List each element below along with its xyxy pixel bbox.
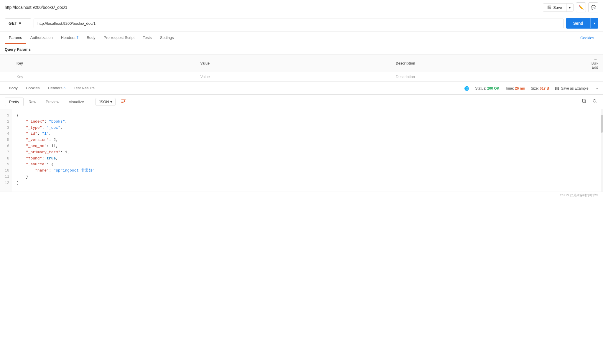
tab-headers[interactable]: Headers 7 bbox=[57, 32, 83, 44]
dots-icon: ··· bbox=[594, 57, 597, 61]
format-bar: Pretty Raw Preview Visualize JSON ▾ bbox=[0, 95, 603, 109]
send-chevron-button[interactable]: ▾ bbox=[590, 18, 598, 28]
code-line-10: "name": "springboot 非常好" bbox=[17, 168, 598, 174]
query-params-label: Query Params bbox=[0, 44, 603, 55]
method-selector[interactable]: GET ▾ bbox=[5, 18, 31, 28]
send-button-group: Send ▾ bbox=[566, 18, 598, 29]
line-numbers: 1 2 3 4 5 6 7 8 9 10 11 12 bbox=[0, 109, 12, 192]
wrap-icon bbox=[121, 98, 126, 104]
globe-icon: 🌐 bbox=[464, 86, 469, 91]
code-line-9: "_source": { bbox=[17, 162, 598, 168]
col-header-key: Key bbox=[0, 55, 196, 72]
svg-rect-1 bbox=[549, 6, 550, 7]
resp-tab-body[interactable]: Body bbox=[5, 82, 22, 94]
tab-body[interactable]: Body bbox=[83, 32, 100, 44]
copy-icon bbox=[582, 99, 586, 103]
top-bar-actions: Save ▾ ✏️ 💬 bbox=[543, 2, 598, 12]
code-line-12: } bbox=[17, 180, 598, 186]
method-chevron-icon: ▾ bbox=[19, 21, 21, 26]
svg-line-12 bbox=[596, 102, 597, 103]
svg-rect-5 bbox=[556, 88, 558, 90]
save-icon bbox=[547, 5, 551, 9]
value-cell[interactable]: Value bbox=[196, 72, 391, 82]
request-title: http://localhost:9200/books/_doc/1 bbox=[5, 5, 67, 10]
save-button-group: Save ▾ bbox=[543, 3, 574, 12]
send-button[interactable]: Send bbox=[566, 18, 590, 29]
resp-tab-headers[interactable]: Headers 5 bbox=[44, 82, 70, 94]
response-section: Body Cookies Headers 5 Test Results 🌐 St… bbox=[0, 82, 603, 192]
code-line-7: "_primary_term": 1, bbox=[17, 149, 598, 156]
url-bar: GET ▾ Send ▾ bbox=[0, 15, 603, 32]
code-line-1: { bbox=[17, 113, 598, 119]
copy-button[interactable] bbox=[581, 98, 588, 106]
save-example-icon bbox=[555, 86, 559, 90]
svg-point-11 bbox=[593, 99, 596, 102]
request-tabs: Params Authorization Headers 7 Body Pre-… bbox=[0, 32, 603, 44]
svg-rect-10 bbox=[582, 99, 585, 102]
resp-tab-test-results[interactable]: Test Results bbox=[70, 82, 99, 94]
params-table: Key Value Description ··· Bulk Edit Key … bbox=[0, 55, 603, 82]
top-bar: http://localhost:9200/books/_doc/1 Save … bbox=[0, 0, 603, 15]
save-example-button[interactable]: Save as Example bbox=[555, 86, 588, 90]
code-line-8: "found": true, bbox=[17, 156, 598, 162]
view-tab-preview[interactable]: Preview bbox=[41, 98, 64, 106]
size-display: Size: 617 B bbox=[531, 86, 549, 90]
method-label: GET bbox=[9, 21, 17, 26]
save-chevron-button[interactable]: ▾ bbox=[566, 4, 573, 11]
tab-prerequest[interactable]: Pre-request Script bbox=[100, 32, 139, 44]
comment-button[interactable]: 💬 bbox=[588, 2, 598, 12]
bulk-edit-button[interactable]: Bulk Edit bbox=[592, 61, 598, 70]
code-line-5: "_version": 2, bbox=[17, 137, 598, 143]
edit-button[interactable]: ✏️ bbox=[576, 2, 586, 12]
scrollbar-track[interactable] bbox=[601, 109, 603, 192]
code-line-2: "_index": "books", bbox=[17, 119, 598, 125]
scrollbar-thumb[interactable] bbox=[601, 115, 603, 133]
code-line-4: "_id": "1", bbox=[17, 131, 598, 137]
json-code: { "_index": "books", "_type": "_doc", "_… bbox=[12, 109, 603, 192]
view-tab-visualize[interactable]: Visualize bbox=[64, 98, 88, 106]
view-tab-raw[interactable]: Raw bbox=[24, 98, 41, 106]
resp-tab-cookies[interactable]: Cookies bbox=[22, 82, 44, 94]
save-label: Save bbox=[553, 5, 562, 10]
time-value: 26 ms bbox=[515, 86, 525, 90]
table-row: Key Value Description bbox=[0, 72, 603, 82]
search-icon bbox=[592, 99, 597, 103]
footer-text: CSDN @莫斯穿材打叶户© bbox=[560, 193, 599, 197]
svg-rect-4 bbox=[556, 87, 558, 88]
format-selector[interactable]: JSON ▾ bbox=[95, 98, 116, 106]
col-header-description: Description bbox=[391, 55, 587, 72]
response-tabs-bar: Body Cookies Headers 5 Test Results 🌐 St… bbox=[0, 82, 603, 95]
code-line-11: } bbox=[17, 174, 598, 180]
json-response-area: 1 2 3 4 5 6 7 8 9 10 11 12 { "_index": "… bbox=[0, 109, 603, 192]
tab-tests[interactable]: Tests bbox=[139, 32, 156, 44]
format-bar-right bbox=[581, 98, 598, 106]
code-line-3: "_type": "_doc", bbox=[17, 125, 598, 131]
format-chevron-icon: ▾ bbox=[110, 100, 112, 104]
tab-cookies[interactable]: Cookies bbox=[576, 32, 598, 44]
search-button[interactable] bbox=[591, 98, 598, 106]
code-line-6: "_seq_no": 11, bbox=[17, 143, 598, 149]
footer: CSDN @莫斯穿材打叶户© bbox=[0, 192, 603, 199]
url-input[interactable] bbox=[34, 19, 564, 28]
save-button[interactable]: Save bbox=[543, 4, 566, 11]
tab-settings[interactable]: Settings bbox=[156, 32, 178, 44]
actions-cell bbox=[587, 72, 603, 82]
response-status-area: 🌐 Status: 200 OK Time: 26 ms Size: 617 B bbox=[464, 86, 598, 91]
status-value: 200 OK bbox=[487, 86, 499, 90]
svg-rect-2 bbox=[548, 8, 551, 9]
description-cell[interactable]: Description bbox=[391, 72, 587, 82]
response-more-icon[interactable]: ··· bbox=[594, 86, 598, 91]
view-tabs: Pretty Raw Preview Visualize bbox=[5, 98, 88, 106]
tab-params[interactable]: Params bbox=[5, 32, 26, 44]
size-value: 617 B bbox=[540, 86, 549, 90]
col-header-value: Value bbox=[196, 55, 391, 72]
wrap-button[interactable] bbox=[118, 97, 129, 106]
status-display: Status: 200 OK bbox=[475, 86, 499, 90]
time-display: Time: 26 ms bbox=[505, 86, 525, 90]
view-tab-pretty[interactable]: Pretty bbox=[5, 98, 24, 106]
col-header-actions: ··· Bulk Edit bbox=[587, 55, 603, 72]
tab-authorization[interactable]: Authorization bbox=[26, 32, 57, 44]
key-cell[interactable]: Key bbox=[0, 72, 196, 82]
